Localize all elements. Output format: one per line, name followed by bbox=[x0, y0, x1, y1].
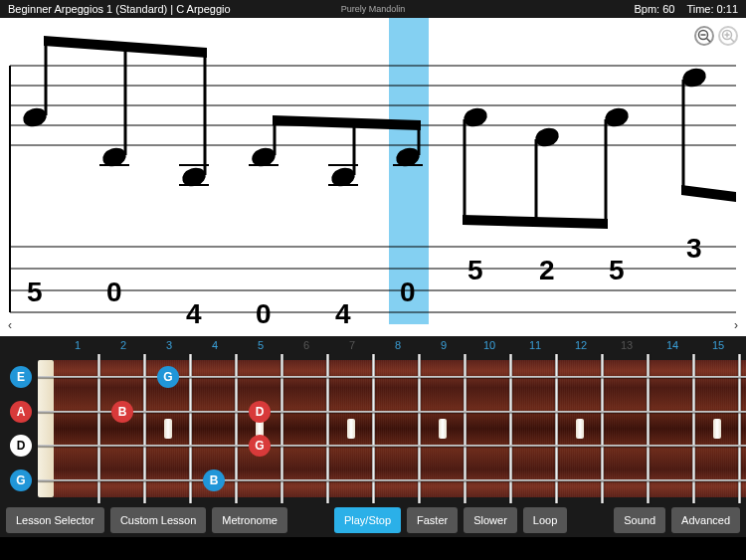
tab-num: 0 bbox=[106, 277, 122, 307]
string-row: D bbox=[0, 429, 746, 464]
string-line bbox=[38, 479, 746, 481]
tab-num: 4 bbox=[335, 298, 351, 329]
score-area[interactable]: 5 0 4 0 4 0 5 2 5 3 ‹ › bbox=[0, 18, 746, 336]
fret-number: 4 bbox=[192, 339, 238, 351]
string-line bbox=[38, 445, 746, 447]
fret-number: 12 bbox=[558, 339, 604, 351]
fretboard-note[interactable]: B bbox=[203, 469, 225, 491]
string-line bbox=[38, 411, 746, 413]
open-string-label[interactable]: G bbox=[10, 469, 32, 491]
notation-svg: 5 0 4 0 4 0 5 2 5 3 bbox=[0, 18, 746, 336]
tab-num: 5 bbox=[609, 255, 625, 285]
faster-button[interactable]: Faster bbox=[407, 507, 458, 533]
string-row: E bbox=[0, 360, 746, 395]
tab-num: 5 bbox=[467, 255, 483, 285]
fretboard-note[interactable]: B bbox=[111, 401, 133, 423]
tab-num: 5 bbox=[27, 277, 43, 307]
tab-num: 4 bbox=[186, 298, 202, 329]
string-row: G bbox=[0, 464, 746, 498]
lesson-title: Beginner Arpeggios 1 (Standard) | C Arpe… bbox=[8, 3, 231, 15]
string-line bbox=[38, 376, 746, 378]
open-string-label[interactable]: A bbox=[10, 401, 32, 423]
tab-num: 2 bbox=[539, 255, 555, 285]
open-string-label[interactable]: E bbox=[10, 366, 32, 388]
svg-line-4 bbox=[731, 39, 735, 43]
toolbar: Lesson Selector Custom Lesson Metronome … bbox=[0, 503, 746, 537]
app-header: Beginner Arpeggios 1 (Standard) | C Arpe… bbox=[0, 0, 746, 18]
fret-number: 1 bbox=[55, 339, 100, 351]
fret-number: 7 bbox=[329, 339, 375, 351]
fret-number: 14 bbox=[650, 339, 695, 351]
custom-lesson-button[interactable]: Custom Lesson bbox=[110, 507, 206, 533]
svg-marker-37 bbox=[463, 215, 608, 229]
play-stop-button[interactable]: Play/Stop bbox=[334, 507, 401, 533]
loop-button[interactable]: Loop bbox=[523, 507, 567, 533]
fret-number: 2 bbox=[100, 339, 146, 351]
sound-button[interactable]: Sound bbox=[614, 507, 665, 533]
fret-number: 5 bbox=[238, 339, 283, 351]
fret-number-row: 123456789101112131415 bbox=[0, 336, 746, 354]
fret-number: 9 bbox=[421, 339, 466, 351]
zoom-out-button[interactable] bbox=[694, 26, 714, 46]
lesson-selector-button[interactable]: Lesson Selector bbox=[6, 507, 104, 533]
tab-num: 0 bbox=[400, 277, 416, 307]
fretboard-note[interactable]: D bbox=[249, 401, 271, 423]
tab-num: 0 bbox=[256, 298, 272, 329]
open-string-label[interactable]: D bbox=[10, 435, 32, 457]
fretboard-note[interactable]: G bbox=[157, 366, 179, 388]
fret-number: 6 bbox=[283, 339, 329, 351]
tab-num: 3 bbox=[686, 233, 702, 264]
bpm-label: Bpm: 60 bbox=[634, 3, 674, 15]
brand-label: Purely Mandolin bbox=[341, 4, 406, 14]
fretboard-note[interactable]: G bbox=[249, 435, 271, 457]
svg-marker-30 bbox=[273, 115, 421, 130]
time-label: Time: 0:11 bbox=[686, 3, 738, 15]
fret-number: 15 bbox=[695, 339, 741, 351]
advanced-button[interactable]: Advanced bbox=[671, 507, 740, 533]
fret-number: 8 bbox=[375, 339, 421, 351]
fret-number: 10 bbox=[466, 339, 512, 351]
svg-line-1 bbox=[707, 39, 711, 43]
bottom-black-bar bbox=[0, 537, 746, 560]
fret-number: 3 bbox=[146, 339, 192, 351]
fret-number: 13 bbox=[604, 339, 650, 351]
metronome-button[interactable]: Metronome bbox=[212, 507, 287, 533]
fret-number: 11 bbox=[512, 339, 558, 351]
zoom-in-button[interactable] bbox=[718, 26, 738, 46]
slower-button[interactable]: Slower bbox=[464, 507, 517, 533]
svg-marker-40 bbox=[681, 185, 736, 202]
fretboard[interactable]: EADGGBDGB bbox=[0, 354, 746, 503]
